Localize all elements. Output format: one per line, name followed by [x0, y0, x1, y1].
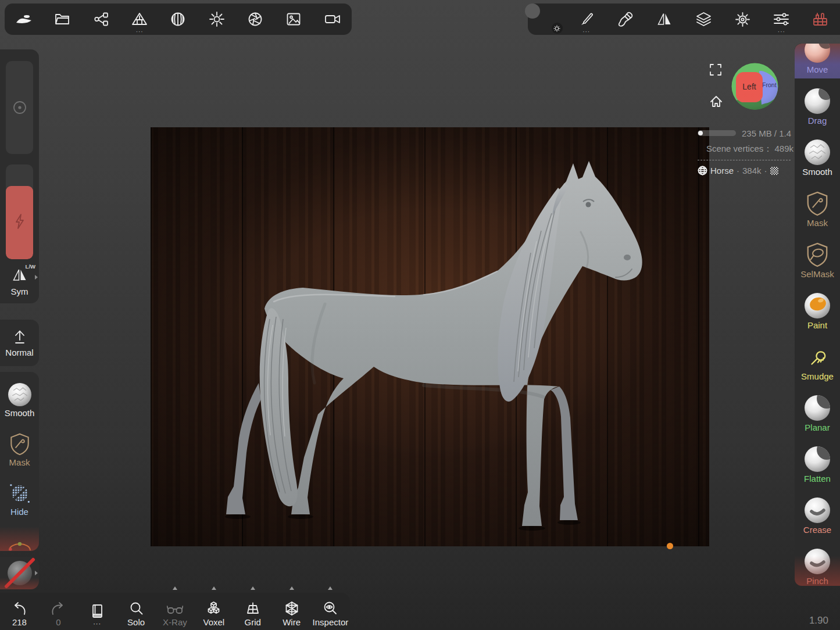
bullet: ·	[737, 166, 739, 176]
tool-paint[interactable]: Paint	[795, 283, 840, 334]
tool-flatten[interactable]: Flatten	[795, 436, 840, 488]
tool-smudge[interactable]: Smudge	[795, 334, 840, 385]
paint-tool-icon	[805, 293, 830, 318]
symmetry-toggle[interactable]: L/W Sym	[0, 263, 39, 299]
gizmo-peek-icon[interactable]	[0, 542, 39, 551]
history-button[interactable]: ···	[78, 593, 116, 630]
wireframe-icon	[284, 601, 299, 616]
undo-count: 218	[12, 617, 27, 627]
scene-stats: 235 MB / 1.4 Scene vertices： 489k Horse …	[698, 127, 793, 176]
symmetry-button[interactable]	[650, 3, 679, 35]
topology-button[interactable]: ···	[125, 3, 154, 35]
falloff-label: Normal	[5, 348, 33, 357]
layers-button[interactable]	[689, 3, 718, 35]
symmetry-icon	[0, 268, 39, 282]
strength-slider[interactable]	[6, 164, 33, 259]
bullet: ·	[764, 166, 767, 176]
toolbox-button[interactable]	[806, 3, 835, 35]
redo-button[interactable]: 0	[39, 593, 77, 630]
orientation-sphere[interactable]: Left Front	[731, 63, 778, 110]
memory-text: 235 MB / 1.4	[742, 128, 791, 138]
no-sphere-icon	[3, 557, 36, 589]
voxel-cubes-icon	[206, 601, 221, 616]
mask-quick-icon	[9, 432, 31, 456]
grid-button[interactable]: Grid	[234, 593, 272, 630]
redo-icon	[51, 602, 66, 616]
memory-bar	[698, 130, 736, 136]
inspector-button[interactable]: Inspector	[311, 593, 349, 630]
sculpt-viewport[interactable]	[151, 127, 709, 546]
lightning-icon	[13, 214, 26, 229]
home-icon[interactable]	[710, 95, 723, 108]
material-button[interactable]	[163, 3, 192, 35]
fullscreen-icon[interactable]	[710, 64, 721, 76]
xray-glasses-icon	[167, 603, 183, 616]
brush-settings-gear-icon[interactable]	[552, 23, 563, 34]
solo-magnifier-icon	[129, 602, 144, 616]
camera-button[interactable]	[318, 3, 347, 35]
undo-button[interactable]: 218	[0, 593, 38, 630]
nomad-logo[interactable]	[9, 3, 38, 35]
expand-caret-icon[interactable]	[35, 571, 38, 575]
menu-caret-icon	[251, 586, 255, 590]
settings-toolbar: ···	[528, 3, 840, 35]
redo-count: 0	[56, 617, 60, 627]
tool-planar[interactable]: Planar	[795, 385, 840, 436]
solo-button[interactable]: Solo	[117, 593, 155, 630]
tool-crease[interactable]: Crease	[795, 488, 840, 539]
tool-mask[interactable]: Mask	[795, 181, 840, 232]
brush-preview-button[interactable]	[533, 3, 562, 35]
nomad-sculpt-app: { "ui": { "more_indicator": "···", "bull…	[0, 0, 840, 630]
bottom-toolbar: 218 0 ··· Solo X-Ray	[0, 593, 350, 630]
pinch-tool-icon	[805, 549, 830, 574]
tool-drag[interactable]: Drag	[795, 78, 840, 130]
postprocess-button[interactable]	[241, 3, 270, 35]
painting-button[interactable]	[611, 3, 640, 35]
app-version: 1.90	[809, 615, 828, 627]
selmask-tool-icon	[805, 242, 830, 267]
tool-selmask[interactable]: SelMask	[795, 232, 840, 283]
background-image-button[interactable]	[279, 3, 308, 35]
stats-divider	[698, 160, 791, 160]
undo-icon	[12, 602, 27, 616]
wire-button[interactable]: Wire	[273, 593, 311, 630]
object-name[interactable]: Horse	[710, 166, 734, 176]
touch-indicator-dot	[667, 543, 673, 549]
stroke-button[interactable]: ···	[572, 3, 601, 35]
view-controls	[710, 64, 723, 108]
main-toolbar: ···	[5, 3, 352, 35]
inspector-eye-icon	[323, 601, 338, 616]
drag-tool-icon	[805, 88, 830, 114]
quick-tools-panel: Smooth Mask Hide	[0, 372, 39, 551]
menu-caret-icon	[328, 586, 333, 590]
interface-button[interactable]: ···	[767, 3, 796, 35]
tool-smooth[interactable]: Smooth	[795, 130, 840, 181]
move-tool-icon	[805, 44, 830, 63]
tool-sidebar: Move Drag Smooth Mask SelMask	[795, 44, 840, 586]
falloff-panel[interactable]: Normal	[0, 320, 39, 366]
tool-pinch[interactable]: Pinch	[795, 539, 840, 586]
horse-model[interactable]	[151, 127, 709, 546]
files-button[interactable]	[48, 3, 77, 35]
menu-caret-icon	[212, 586, 216, 590]
flatten-tool-icon	[805, 446, 830, 472]
quick-smooth[interactable]: Smooth	[0, 372, 39, 421]
object-vertices: 384k	[742, 166, 762, 176]
xray-button[interactable]: X-Ray	[156, 593, 194, 630]
more-indicator: ···	[125, 30, 154, 34]
smudge-tool-icon	[805, 345, 830, 370]
settings-gear-button[interactable]	[728, 3, 757, 35]
symmetry-label: Sym	[0, 287, 39, 296]
radius-slider[interactable]	[6, 61, 33, 154]
tool-move[interactable]: Move	[795, 44, 840, 78]
disable-sphere-panel[interactable]	[0, 557, 39, 589]
quick-mask[interactable]: Mask	[0, 421, 39, 471]
quick-hide[interactable]: Hide	[0, 471, 39, 520]
planar-tool-icon	[805, 395, 830, 421]
voxel-button[interactable]: Voxel	[195, 593, 233, 630]
brush-sliders-panel: L/W Sym	[0, 49, 39, 303]
dyntopo-indicator-icon	[770, 167, 778, 175]
scene-graph-button[interactable]	[87, 3, 116, 35]
menu-caret-icon	[173, 586, 177, 590]
lighting-button[interactable]	[202, 3, 231, 35]
